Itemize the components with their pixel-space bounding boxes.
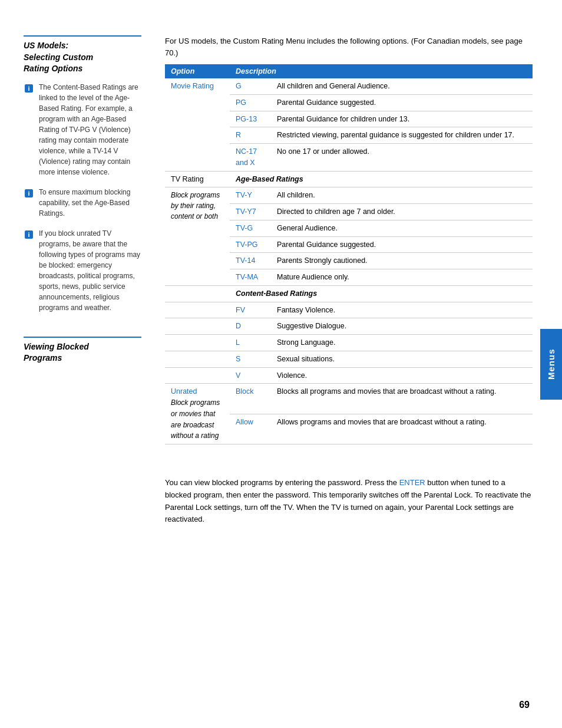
- col-option-header: Option: [165, 64, 230, 78]
- option-movie-rating: Movie Rating: [165, 78, 230, 171]
- table-row: S Sexual situations.: [165, 351, 533, 367]
- desc-l: Strong Language.: [271, 335, 533, 351]
- table-row: Block programs by their rating, content …: [165, 187, 533, 204]
- section2-title-block: Viewing Blocked Programs: [24, 337, 141, 364]
- table-header-row: Option Description: [165, 64, 533, 78]
- col-desc-header: Description: [230, 64, 533, 78]
- table-row: V Violence.: [165, 367, 533, 384]
- table-row: Movie Rating G All children and General …: [165, 78, 533, 94]
- svg-text:i: i: [28, 231, 29, 238]
- note-3: i If you block unrated TV programs, be a…: [24, 228, 141, 313]
- code-tvy7: TV-Y7: [230, 204, 271, 220]
- rating-table: Option Description Movie Rating G All ch…: [165, 64, 533, 444]
- desc-tv14: Parents Strongly cautioned.: [271, 253, 533, 269]
- age-based-ratings-header: Age-Based Ratings: [230, 171, 533, 187]
- intro-text: For US models, the Custom Rating Menu in…: [165, 35, 533, 58]
- desc-tvy7: Directed to children age 7 and older.: [271, 204, 533, 220]
- page-number: 69: [519, 700, 530, 710]
- side-tab-label: Menus: [546, 348, 556, 380]
- code-pg13: PG-13: [230, 111, 271, 127]
- code-nc17: NC-17and X: [230, 144, 271, 172]
- empty-option-d: [165, 318, 230, 335]
- code-r: R: [230, 127, 271, 144]
- desc-d: Suggestive Dialogue.: [271, 318, 533, 335]
- note-text-3: If you block unrated TV programs, be awa…: [39, 228, 141, 313]
- empty-option-s: [165, 351, 230, 367]
- empty-option-content: [165, 285, 230, 302]
- desc-block: Blocks all programs and movies that are …: [271, 384, 533, 414]
- right-column: For US models, the Custom Rating Menu in…: [153, 35, 533, 526]
- code-s: S: [230, 351, 271, 367]
- content-based-ratings-header: Content-Based Ratings: [230, 285, 533, 302]
- code-allow: Allow: [230, 414, 271, 444]
- table-row: D Suggestive Dialogue.: [165, 318, 533, 335]
- side-tab: Menus: [540, 329, 562, 400]
- code-l: L: [230, 335, 271, 351]
- desc-pg13: Parental Guidance for children under 13.: [271, 111, 533, 127]
- code-pg: PG: [230, 94, 271, 111]
- empty-option-l: [165, 335, 230, 351]
- empty-option-v: [165, 367, 230, 384]
- code-block: Block: [230, 384, 271, 414]
- table-row-subheader-content: Content-Based Ratings: [165, 285, 533, 302]
- empty-option-fv: [165, 302, 230, 318]
- option-unrated: Unrated Block programs or movies that ar…: [165, 384, 230, 444]
- desc-nc17: No one 17 or under allowed.: [271, 144, 533, 172]
- option-tv-block: Block programs by their rating, content …: [165, 187, 230, 286]
- code-d: D: [230, 318, 271, 335]
- svg-text:i: i: [28, 190, 29, 197]
- section2-title: Viewing Blocked Programs: [24, 337, 141, 364]
- table-row: L Strong Language.: [165, 335, 533, 351]
- code-tvy: TV-Y: [230, 187, 271, 204]
- section1-title: US Models: Selecting Custom Rating Optio…: [24, 35, 141, 75]
- note-text-1: The Content-Based Ratings are linked to …: [39, 82, 141, 177]
- desc-v: Violence.: [271, 367, 533, 384]
- enter-link: ENTER: [399, 478, 425, 487]
- note-icon-3: i: [24, 229, 35, 241]
- viewing-text: You can view blocked programs by enterin…: [165, 477, 533, 526]
- section2-body: You can view blocked programs by enterin…: [165, 477, 533, 526]
- code-tv14: TV-14: [230, 253, 271, 269]
- note-text-2: To ensure maximum blocking capability, s…: [39, 187, 141, 219]
- desc-tvpg: Parental Guidance suggested.: [271, 236, 533, 253]
- desc-tvg: General Audience.: [271, 220, 533, 236]
- desc-r: Restricted viewing, parental guidance is…: [271, 127, 533, 144]
- note-icon-2: i: [24, 188, 35, 200]
- code-g: G: [230, 78, 271, 94]
- note-icon-1: i: [24, 83, 35, 95]
- code-fv: FV: [230, 302, 271, 318]
- desc-g: All children and General Audience.: [271, 78, 533, 94]
- desc-s: Sexual situations.: [271, 351, 533, 367]
- tv-rating-label: TV Rating: [165, 171, 230, 187]
- code-tvma: TV-MA: [230, 269, 271, 286]
- svg-text:i: i: [28, 85, 29, 92]
- table-row: FV Fantasy Violence.: [165, 302, 533, 318]
- table-row-subheader-tv: TV Rating Age-Based Ratings: [165, 171, 533, 187]
- desc-tvma: Mature Audience only.: [271, 269, 533, 286]
- desc-tvy: All children.: [271, 187, 533, 204]
- code-v: V: [230, 367, 271, 384]
- note-2: i To ensure maximum blocking capability,…: [24, 187, 141, 219]
- table-row-unrated-block: Unrated Block programs or movies that ar…: [165, 384, 533, 414]
- note-1: i The Content-Based Ratings are linked t…: [24, 82, 141, 177]
- code-tvg: TV-G: [230, 220, 271, 236]
- desc-pg: Parental Guidance suggested.: [271, 94, 533, 111]
- code-tvpg: TV-PG: [230, 236, 271, 253]
- left-column: US Models: Selecting Custom Rating Optio…: [24, 35, 153, 526]
- desc-allow: Allows programs and movies that are broa…: [271, 414, 533, 444]
- desc-fv: Fantasy Violence.: [271, 302, 533, 318]
